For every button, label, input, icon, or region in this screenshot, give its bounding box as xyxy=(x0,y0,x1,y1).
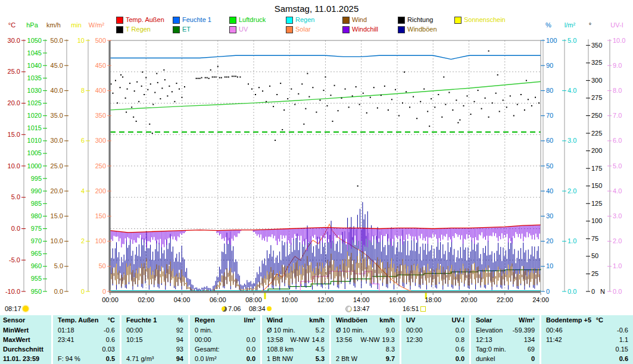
direction-dot xyxy=(207,77,208,79)
direction-dot xyxy=(478,90,479,91)
axis-label: 450 xyxy=(95,62,106,69)
direction-dot xyxy=(404,71,405,73)
cell-time: 13:58 xyxy=(267,336,283,344)
axis-unit-kmh: km/h xyxy=(46,21,61,29)
axis-unit-wm2: W/m² xyxy=(89,21,105,29)
cell-value: 134 xyxy=(524,336,535,344)
direction-dot xyxy=(125,98,126,99)
axis-label: 8.0 xyxy=(613,87,622,94)
direction-dot xyxy=(463,105,464,106)
direction-dot xyxy=(330,95,332,96)
axis-label: 1040 xyxy=(27,62,42,69)
direction-dot xyxy=(427,111,428,112)
cell-value: 0.0 xyxy=(456,327,464,334)
axis-label: 10 xyxy=(77,37,85,44)
direction-dot xyxy=(219,77,220,79)
direction-dot xyxy=(370,97,371,98)
direction-dot xyxy=(388,109,389,111)
axis-label: 0.0 xyxy=(11,225,20,232)
direction-dot xyxy=(495,93,497,94)
direction-dot xyxy=(357,186,358,187)
cell-time: 00:00 xyxy=(195,336,211,344)
direction-dot xyxy=(144,94,145,95)
direction-dot xyxy=(282,129,283,130)
direction-dot xyxy=(488,117,489,118)
axis-label: 20.0 xyxy=(51,187,63,194)
direction-dot xyxy=(301,83,303,84)
axis-unit-uvi: UV-I xyxy=(610,21,623,29)
stats-cell: 8.3 xyxy=(331,345,400,354)
direction-dot xyxy=(131,106,132,108)
direction-dot xyxy=(423,89,425,90)
stats-cell: F: 94 %0.5 xyxy=(53,354,120,364)
x-tick-label: 02:00 xyxy=(138,296,154,303)
stats-cell: 13:56W-NW19.3 xyxy=(331,335,400,344)
stats-cell: 4.71 g/m³94 xyxy=(121,354,188,364)
axis-label: 1035 xyxy=(27,74,42,81)
axis-label: 325 xyxy=(591,59,602,66)
direction-dot xyxy=(133,117,134,118)
axis-label: 1015 xyxy=(27,124,42,131)
cell-time: Ø 10 min. xyxy=(336,327,364,334)
direction-dot xyxy=(233,76,235,77)
direction-dot xyxy=(221,77,222,79)
stats-column-header: Temp. Außen°C xyxy=(53,315,120,325)
stats-row-label: MinWert xyxy=(0,325,51,335)
cell-value: 0.0 xyxy=(247,336,255,344)
x-tick-label: 24:00 xyxy=(532,296,549,303)
direction-dot xyxy=(312,87,313,88)
direction-dot xyxy=(120,74,121,76)
axis-label: 75 xyxy=(591,235,598,242)
axis-label: -5.0 xyxy=(9,256,20,263)
stats-row-label: 11.01. 23:59 xyxy=(0,354,51,364)
direction-dot xyxy=(205,77,206,79)
direction-dot xyxy=(216,77,217,78)
axis-unit-min: min xyxy=(71,21,82,29)
marker-time: 08:34 xyxy=(249,305,266,312)
direction-dot xyxy=(115,80,116,81)
direction-dot xyxy=(212,77,213,78)
direction-dot xyxy=(395,89,396,90)
direction-dot xyxy=(138,101,139,102)
direction-dot xyxy=(150,83,151,84)
direction-dot xyxy=(237,77,238,78)
cell-time: 0 min. xyxy=(195,327,213,334)
axis-label: 5.0 xyxy=(11,193,20,200)
axis-label: 1025 xyxy=(27,99,42,106)
cell-value: 19.3 xyxy=(382,336,395,344)
x-tick-label: 16:00 xyxy=(389,296,406,303)
cell-value: 1.1 xyxy=(619,336,628,344)
x-tick-label: 12:00 xyxy=(317,296,334,303)
axis-label: 990 xyxy=(31,187,42,194)
direction-dot xyxy=(332,121,333,122)
direction-dot xyxy=(457,122,459,123)
sunset-icon xyxy=(420,306,426,312)
axis-label: 300 xyxy=(591,77,602,84)
stats-cell: 0.6 xyxy=(401,345,469,354)
direction-dot xyxy=(497,74,498,76)
astro-marker-13-47: 13:47 xyxy=(345,305,370,312)
cell-value: -0.6 xyxy=(104,327,115,334)
direction-dot xyxy=(160,98,161,99)
moon-icon xyxy=(222,306,227,312)
direction-dot xyxy=(276,94,277,95)
direction-dot xyxy=(113,93,114,94)
axis-label: 4.0 xyxy=(567,87,576,94)
direction-dot xyxy=(305,108,306,109)
cell-value: 5.2 xyxy=(316,327,325,334)
axis-unit-hPa: hPa xyxy=(26,21,38,29)
direction-dot xyxy=(184,86,185,87)
x-tick-label: 04:00 xyxy=(174,296,191,303)
axis-label: 970 xyxy=(31,237,42,244)
axis-label: 0.0 xyxy=(613,288,622,295)
axis-label: 4 xyxy=(81,187,85,194)
cell-time: 2 Bft W xyxy=(336,355,357,363)
axis-label: 10.0 xyxy=(613,37,625,44)
axis-label: 0.0 xyxy=(567,288,576,295)
chart-plot-area[interactable]: °C30.025.020.015.010.05.00.0-5.0-10.0hPa… xyxy=(0,0,633,315)
direction-dot xyxy=(381,95,382,96)
marker-time: 13:47 xyxy=(353,305,370,312)
direction-dot xyxy=(269,86,270,87)
direction-dot xyxy=(431,98,432,99)
axis-label: 35.0 xyxy=(51,112,63,119)
